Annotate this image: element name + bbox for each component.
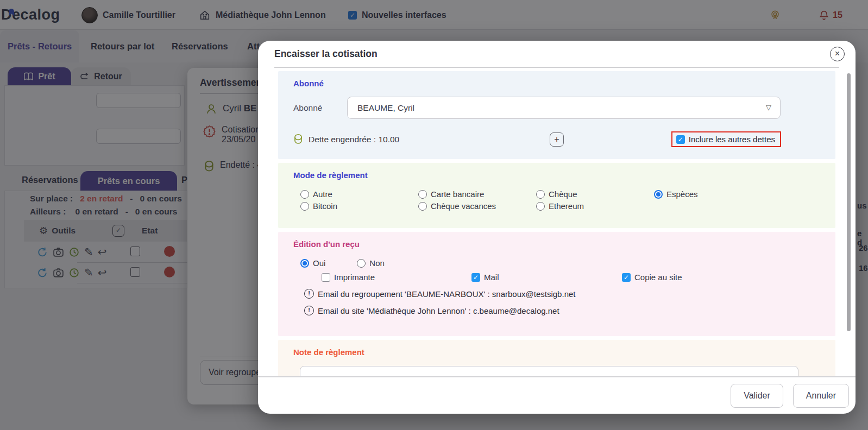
email-site-info: ! Email du site 'Médiathèque John Lennon… bbox=[304, 306, 820, 315]
payment-option-label: Chèque vacances bbox=[431, 201, 496, 211]
section-abonne: Abonné Abonné BEAUME, Cyril ▽ Dette enge… bbox=[278, 71, 835, 159]
modal-scrollbar-thumb[interactable] bbox=[847, 73, 851, 331]
info-icon: ! bbox=[304, 306, 314, 315]
payment-option-label: Autre bbox=[313, 189, 332, 199]
checkbox-label: Mail bbox=[484, 273, 499, 282]
payment-option-autre[interactable]: Autre bbox=[300, 189, 418, 199]
dropdown-icon: ▽ bbox=[766, 103, 771, 111]
payment-option-cheque-vacances[interactable]: Chèque vacances bbox=[418, 201, 536, 211]
receipt-checkboxes: Imprimante ✓Mail ✓Copie au site bbox=[322, 273, 820, 282]
section-note-reglement-title: Note de règlement bbox=[293, 347, 820, 357]
receipt-option-non[interactable]: Non bbox=[357, 258, 385, 268]
section-edition-recu: Édition d'un reçu Oui Non Imprimante ✓Ma… bbox=[278, 232, 835, 336]
coins-icon bbox=[293, 134, 303, 146]
payment-option-carte-bancaire[interactable]: Carte bancaire bbox=[418, 189, 536, 199]
payment-option-cheque[interactable]: Chèque bbox=[536, 189, 654, 199]
radio-icon-selected[interactable] bbox=[654, 190, 663, 199]
note-reglement-input[interactable] bbox=[300, 366, 798, 376]
valider-button[interactable]: Valider bbox=[731, 384, 783, 408]
receipt-oui-label: Oui bbox=[313, 258, 325, 268]
payment-option-label: Carte bancaire bbox=[431, 189, 484, 199]
receipt-checkbox-copie-au-site[interactable]: ✓Copie au site bbox=[622, 273, 820, 282]
payment-option-label: Chèque bbox=[549, 189, 577, 199]
debt-generated-line: Dette engendrée : 10.00 bbox=[293, 134, 550, 146]
email-regroupement-text: Email du regroupement 'BEAUME-NARBOUX' :… bbox=[318, 289, 576, 299]
checkbox-icon-checked[interactable]: ✓ bbox=[622, 273, 631, 282]
payment-option-bitcoin[interactable]: Bitcoin bbox=[300, 201, 418, 211]
modal-body: Abonné Abonné BEAUME, Cyril ▽ Dette enge… bbox=[258, 68, 856, 376]
modal-header: Encaisser la cotisation × bbox=[258, 41, 856, 67]
payment-option-ethereum[interactable]: Ethereum bbox=[536, 201, 654, 211]
section-note-reglement: Note de règlement bbox=[278, 340, 835, 376]
radio-icon[interactable] bbox=[418, 202, 427, 211]
email-site-text: Email du site 'Médiathèque John Lennon' … bbox=[318, 306, 559, 315]
section-edition-recu-title: Édition d'un reçu bbox=[293, 239, 820, 249]
radio-icon-selected[interactable] bbox=[300, 259, 309, 268]
close-icon[interactable]: × bbox=[830, 47, 845, 61]
include-other-debts-label: Inclure les autres dettes bbox=[689, 135, 775, 144]
checkbox-label: Copie au site bbox=[634, 273, 682, 282]
add-debt-button[interactable]: + bbox=[550, 132, 564, 147]
receipt-checkbox-imprimante[interactable]: Imprimante bbox=[322, 273, 471, 282]
section-mode-reglement: Mode de règlement Autre Carte bancaire C… bbox=[278, 163, 835, 228]
radio-icon[interactable] bbox=[300, 190, 309, 199]
receipt-non-label: Non bbox=[369, 258, 385, 268]
include-other-debts-checkbox[interactable]: ✓ bbox=[676, 135, 685, 144]
radio-icon[interactable] bbox=[536, 190, 545, 199]
section-abonne-title: Abonné bbox=[293, 79, 820, 88]
receipt-option-oui[interactable]: Oui bbox=[300, 258, 325, 268]
checkbox-label: Imprimante bbox=[334, 273, 375, 282]
payment-option-label: Bitcoin bbox=[313, 201, 337, 211]
receipt-yes-no: Oui Non bbox=[300, 258, 820, 268]
radio-icon[interactable] bbox=[300, 202, 309, 211]
receipt-checkbox-mail[interactable]: ✓Mail bbox=[471, 273, 622, 282]
modal-footer: Valider Annuler bbox=[258, 376, 856, 414]
checkbox-icon[interactable] bbox=[322, 273, 330, 282]
modal-title: Encaisser la cotisation bbox=[274, 48, 378, 60]
payment-option-especes[interactable]: Espèces bbox=[654, 189, 772, 199]
payment-option-label: Espèces bbox=[666, 189, 698, 199]
info-icon: ! bbox=[304, 289, 314, 299]
checkbox-icon-checked[interactable]: ✓ bbox=[471, 273, 480, 282]
payment-options-grid: Autre Carte bancaire Chèque Espèces Bitc… bbox=[300, 189, 820, 211]
email-regroupement-info: ! Email du regroupement 'BEAUME-NARBOUX'… bbox=[304, 289, 820, 299]
annuler-button[interactable]: Annuler bbox=[793, 384, 849, 408]
abonne-select[interactable]: BEAUME, Cyril ▽ bbox=[347, 97, 781, 119]
application-window: Decalog Camille Tourtillier Médiathèque … bbox=[0, 0, 868, 430]
encaisser-cotisation-modal: Encaisser la cotisation × Abonné Abonné … bbox=[258, 41, 856, 414]
include-other-debts-highlight: ✓ Inclure les autres dettes bbox=[671, 131, 781, 147]
section-mode-reglement-title: Mode de règlement bbox=[293, 170, 820, 180]
radio-icon[interactable] bbox=[418, 190, 427, 199]
abonne-select-value: BEAUME, Cyril bbox=[357, 103, 414, 113]
payment-option-label: Ethereum bbox=[549, 201, 584, 211]
radio-icon[interactable] bbox=[357, 259, 366, 268]
debt-generated-text: Dette engendrée : 10.00 bbox=[309, 135, 399, 144]
radio-icon[interactable] bbox=[536, 202, 545, 211]
abonne-field-label: Abonné bbox=[293, 103, 347, 113]
